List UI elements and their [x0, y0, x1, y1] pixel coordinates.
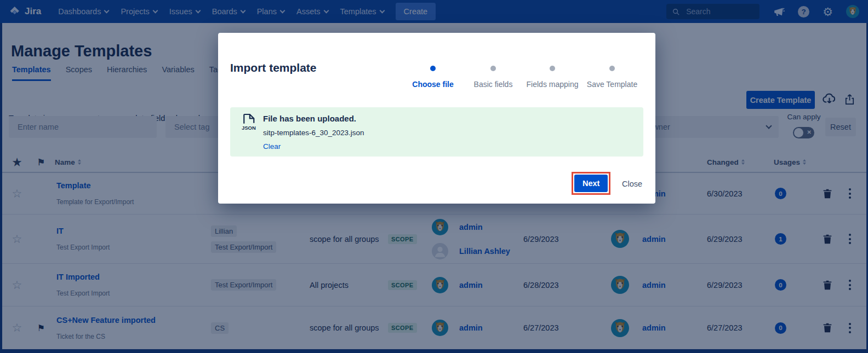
step-basic-fields: Basic fields — [462, 66, 524, 89]
modal-title: Import template — [230, 61, 317, 74]
app-window: Jira Dashboards Projects Issues Boards P… — [0, 0, 868, 353]
step-label: Save Template — [581, 80, 643, 89]
next-button-highlight: Next — [572, 172, 610, 195]
step-dot — [609, 66, 615, 71]
upload-success-panel: JSON File has been uploaded. sitp-templa… — [230, 107, 643, 157]
import-template-modal: Import template Choose file Basic fields… — [218, 33, 655, 204]
step-label: Basic fields — [462, 80, 524, 89]
step-dot — [490, 66, 496, 71]
step-save-template: Save Template — [581, 66, 643, 89]
upload-message: File has been uploaded. — [263, 114, 356, 123]
step-choose-file: Choose file — [402, 66, 464, 89]
step-dot — [430, 66, 436, 71]
step-dot — [550, 66, 555, 71]
json-file-icon-label: JSON — [242, 125, 256, 130]
step-label: Fields mapping — [522, 80, 583, 89]
json-file-icon: JSON — [242, 113, 256, 130]
step-label: Choose file — [402, 80, 464, 89]
next-button[interactable]: Next — [574, 175, 608, 192]
clear-link[interactable]: Clear — [263, 142, 281, 151]
close-button[interactable]: Close — [622, 180, 642, 188]
step-fields-mapping: Fields mapping — [522, 66, 583, 89]
uploaded-filename: sitp-templates-6_30_2023.json — [263, 129, 364, 137]
